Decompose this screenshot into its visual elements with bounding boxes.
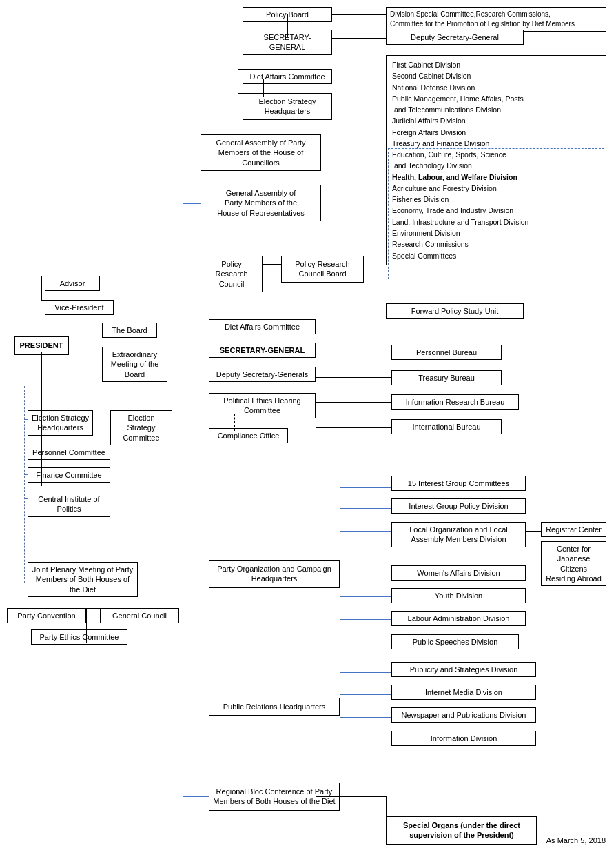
registrar-center-box: Registrar Center [541, 522, 606, 537]
secretary-general-mid-box: SECRETARY-GENERAL [209, 343, 316, 358]
divisions-special-box: Division,Special Committee,Research Comm… [386, 7, 606, 32]
election-strategy-hq-top-box: Election Strategy Headquarters [243, 93, 332, 120]
general-council-box: General Council [100, 608, 179, 623]
interest-group-15-box: 15 Interest Group Committees [391, 476, 526, 491]
ga-representatives-box: General Assembly ofParty Members of theH… [201, 185, 321, 221]
newspaper-publications-box: Newspaper and Publications Division [391, 707, 536, 723]
political-ethics-box: Political Ethics Hearing Committee [209, 393, 316, 418]
diet-affairs-top-box: Diet Affairs Committee [243, 69, 332, 84]
policy-research-council-box: Policy Research Council [201, 256, 263, 292]
vice-president-box: Vice-President [45, 300, 114, 315]
center-japanese-box: Center for Japanese Citizens Residing Ab… [541, 541, 606, 586]
womens-affairs-box: Women's Affairs Division [391, 565, 526, 581]
personnel-committee-box: Personnel Committee [28, 445, 110, 460]
information-division-box: Information Division [391, 731, 536, 746]
interest-group-policy-box: Interest Group Policy Division [391, 498, 526, 514]
compliance-office-box: Compliance Office [209, 428, 288, 443]
public-speeches-box: Public Speeches Division [391, 634, 519, 649]
personnel-bureau-box: Personnel Bureau [391, 345, 502, 360]
internet-media-box: Internet Media Division [391, 685, 536, 700]
deputy-sg-mid-box: Deputy Secretary-Generals [209, 367, 316, 382]
ga-councillors-box: General Assembly of Party Members of the… [201, 134, 321, 171]
org-chart: Policy Board SECRETARY-GENERAL Division,… [0, 0, 616, 855]
party-ethics-box: Party Ethics Committee [31, 629, 127, 645]
date-label: As March 5, 2018 [546, 836, 606, 845]
advisor-box: Advisor [45, 276, 100, 291]
youth-division-box: Youth Division [391, 588, 526, 603]
policy-research-board-box: Policy Research Council Board [281, 256, 364, 283]
election-hq-left-box: Election Strategy Headquarters [28, 410, 93, 436]
extraordinary-meeting-box: Extraordinary Meeting of the Board [102, 347, 167, 382]
international-bureau-box: International Bureau [391, 419, 502, 434]
special-organs-box: Special Organs (under the direct supervi… [386, 816, 537, 845]
election-committee-left-box: Election Strategy Committee [110, 410, 172, 445]
labour-admin-box: Labour Administration Division [391, 611, 526, 626]
finance-committee-box: Finance Committee [28, 467, 110, 483]
central-institute-box: Central Institute of Politics [28, 492, 110, 517]
publicity-strategies-box: Publicity and Strategies Division [391, 662, 536, 677]
local-org-box: Local Organization and Local Assembly Me… [391, 522, 526, 547]
party-org-hq-box: Party Organization and Campaign Headquar… [209, 560, 340, 588]
treasury-bureau-box: Treasury Bureau [391, 370, 502, 385]
deputy-sg-top-box: Deputy Secretary-General [386, 30, 524, 45]
diet-affairs-mid-box: Diet Affairs Committee [209, 319, 316, 334]
forward-policy-box: Forward Policy Study Unit [386, 303, 524, 319]
information-research-box: Information Research Bureau [391, 394, 519, 410]
party-convention-box: Party Convention [7, 608, 86, 623]
